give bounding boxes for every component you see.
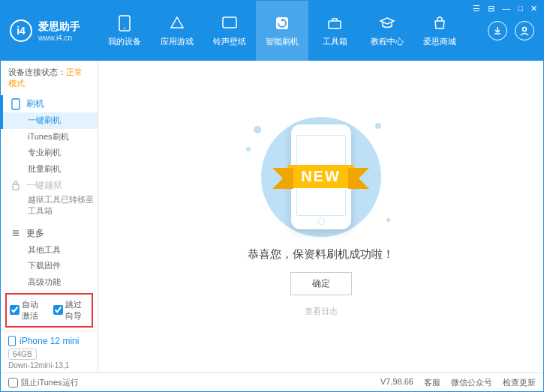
device-phone-icon bbox=[8, 336, 16, 346]
lock-icon[interactable]: ⊟ bbox=[488, 4, 494, 13]
new-ribbon: NEW bbox=[287, 165, 354, 188]
success-illustration: NEW bbox=[246, 117, 396, 237]
menu-icon[interactable]: ☰ bbox=[473, 4, 480, 13]
success-message: 恭喜您，保资料刷机成功啦！ bbox=[248, 247, 394, 262]
close-icon[interactable]: ✕ bbox=[530, 4, 537, 13]
block-itunes-checkbox[interactable]: 阻止iTunes运行 bbox=[8, 377, 79, 388]
minimize-icon[interactable]: — bbox=[502, 4, 510, 13]
svg-rect-6 bbox=[12, 99, 20, 109]
jailbreak-note: 越狱工具已转移至工具箱 bbox=[1, 194, 98, 217]
nav-store[interactable]: 爱思商城 bbox=[413, 1, 466, 61]
sidebar-itunes-flash[interactable]: iTunes刷机 bbox=[1, 129, 98, 145]
auto-activate-checkbox[interactable]: 自动激活 bbox=[10, 299, 46, 322]
nav-apps[interactable]: 应用游戏 bbox=[151, 1, 203, 61]
ok-button[interactable]: 确定 bbox=[290, 272, 352, 295]
svg-point-5 bbox=[523, 28, 527, 31]
skip-wizard-checkbox[interactable]: 跳过向导 bbox=[53, 299, 89, 322]
sidebar-other-tools[interactable]: 其他工具 bbox=[1, 242, 98, 258]
user-button[interactable] bbox=[515, 21, 534, 40]
nav-toolbox[interactable]: 工具箱 bbox=[308, 1, 361, 61]
lock-icon bbox=[11, 180, 20, 190]
wallpaper-icon bbox=[221, 15, 238, 31]
maximize-icon[interactable]: □ bbox=[518, 4, 523, 13]
app-url: www.i4.cn bbox=[38, 34, 80, 42]
section-flash[interactable]: 刷机 bbox=[1, 95, 98, 112]
sidebar-batch-flash[interactable]: 批量刷机 bbox=[1, 160, 98, 176]
app-title: 爱思助手 bbox=[38, 20, 80, 34]
tutorial-icon bbox=[379, 15, 395, 31]
wechat-link[interactable]: 微信公众号 bbox=[451, 377, 492, 388]
section-more[interactable]: 更多 bbox=[1, 225, 98, 242]
header: i4 爱思助手 www.i4.cn 我的设备 应用游戏 铃声壁纸 智能刷机 工具… bbox=[1, 1, 543, 61]
version-label: V7.98.66 bbox=[380, 377, 413, 388]
connection-status: 设备连接状态：正常模式 bbox=[1, 61, 98, 95]
phone-small-icon bbox=[11, 98, 20, 110]
nav-flash[interactable]: 智能刷机 bbox=[256, 1, 308, 61]
svg-point-1 bbox=[124, 28, 125, 29]
footer: 阻止iTunes运行 V7.98.66 客服 微信公众号 检查更新 bbox=[1, 373, 543, 391]
main-content: NEW 恭喜您，保资料刷机成功啦！ 确定 查看日志 bbox=[98, 61, 543, 373]
options-box: 自动激活 跳过向导 bbox=[5, 293, 93, 328]
svg-rect-2 bbox=[223, 17, 236, 28]
window-controls: ☰ ⊟ — □ ✕ bbox=[473, 4, 537, 13]
section-jailbreak[interactable]: 一键越狱 bbox=[1, 177, 98, 194]
download-button[interactable] bbox=[488, 21, 507, 40]
svg-rect-8 bbox=[9, 336, 16, 346]
sidebar: 设备连接状态：正常模式 刷机 一键刷机 iTunes刷机 专业刷机 批量刷机 一… bbox=[1, 61, 98, 373]
svg-rect-4 bbox=[329, 21, 341, 28]
device-name: iPhone 12 mini bbox=[8, 336, 90, 346]
more-icon bbox=[11, 229, 20, 238]
check-update-link[interactable]: 检查更新 bbox=[503, 377, 536, 388]
device-info[interactable]: iPhone 12 mini 64GB Down-12mini-13,1 bbox=[1, 331, 98, 373]
view-log-link[interactable]: 查看日志 bbox=[305, 306, 338, 317]
toolbox-icon bbox=[326, 15, 343, 31]
device-model: Down-12mini-13,1 bbox=[8, 361, 90, 370]
sidebar-pro-flash[interactable]: 专业刷机 bbox=[1, 145, 98, 160]
sidebar-oneclick-flash[interactable]: 一键刷机 bbox=[1, 112, 98, 128]
apps-icon bbox=[169, 15, 185, 31]
svg-rect-7 bbox=[13, 184, 19, 190]
logo-area: i4 爱思助手 www.i4.cn bbox=[1, 1, 98, 61]
nav-ringtone[interactable]: 铃声壁纸 bbox=[203, 1, 256, 61]
sidebar-download-firmware[interactable]: 下载固件 bbox=[1, 258, 98, 274]
top-nav: 我的设备 应用游戏 铃声壁纸 智能刷机 工具箱 教程中心 爱思商城 bbox=[98, 1, 488, 61]
sidebar-advanced[interactable]: 高级功能 bbox=[1, 274, 98, 290]
support-link[interactable]: 客服 bbox=[424, 377, 440, 388]
nav-tutorial[interactable]: 教程中心 bbox=[361, 1, 413, 61]
device-storage: 64GB bbox=[8, 349, 37, 360]
logo-icon: i4 bbox=[10, 19, 32, 42]
nav-my-device[interactable]: 我的设备 bbox=[98, 1, 151, 61]
phone-icon bbox=[116, 15, 133, 31]
store-icon bbox=[431, 15, 448, 31]
flash-icon bbox=[274, 15, 290, 31]
